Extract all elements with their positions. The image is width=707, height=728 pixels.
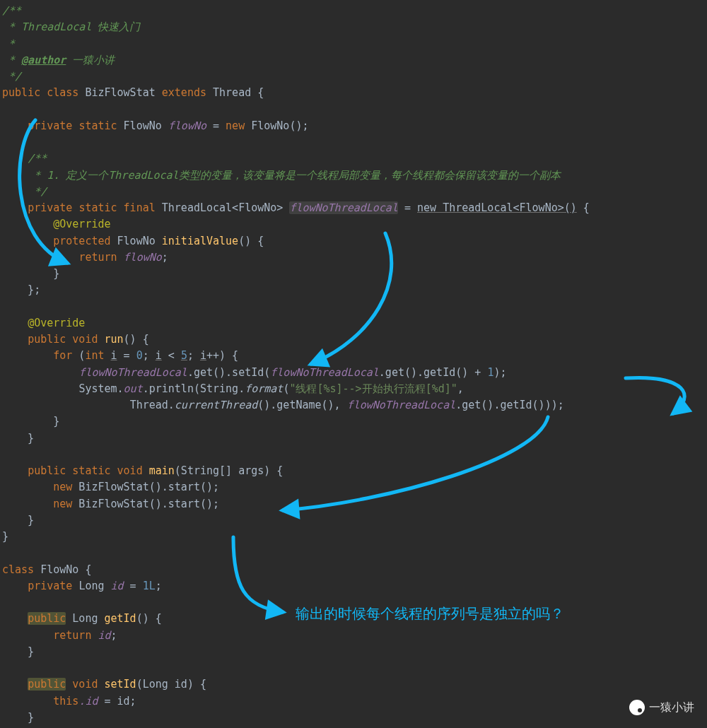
javadoc-author: * @author 一猿小讲 [2, 54, 115, 66]
field-flowno: private static FlowNo flowNo = new FlowN… [2, 119, 309, 132]
anon-override: @Override [2, 218, 111, 230]
run-override: @Override [2, 317, 85, 329]
run-close-for: } [2, 415, 59, 428]
flowno-setid-body: this.id = id; [2, 695, 136, 708]
flowno-setid: public void setId(Long id) { [2, 678, 206, 691]
main-new2: new BizFlowStat().start(); [2, 498, 219, 510]
flowno-getid-close: } [2, 645, 34, 658]
flowno-getid: public Long getId() { [2, 612, 162, 625]
javadoc2-open: /** [2, 152, 47, 165]
run-body2: System.out.println(String.format("线程[%s]… [2, 382, 464, 395]
run-close: } [2, 432, 34, 445]
run-decl: public void run() { [2, 333, 149, 346]
main-decl: public static void main(String[] args) { [2, 464, 283, 477]
run-for: for (int i = 0; i < 5; i++) { [2, 349, 238, 362]
class-decl: public class BizFlowStat extends Thread … [2, 86, 264, 99]
field-threadlocal: private static final ThreadLocal<FlowNo>… [2, 201, 590, 214]
anon-method: protected FlowNo initialValue() { [2, 235, 264, 247]
anon-close-field: }; [2, 283, 40, 296]
run-body1: flowNoThreadLocal.get().setId(flowNoThre… [2, 366, 506, 379]
class-close: } [2, 530, 8, 543]
wechat-icon [629, 700, 645, 715]
flowno-getid-return: return id; [2, 629, 117, 642]
main-close: } [2, 514, 34, 527]
annotation-text: 输出的时候每个线程的序列号是独立的吗？ [296, 604, 564, 623]
run-body3: Thread.currentThread().getName(), flowNo… [2, 399, 564, 411]
watermark-text: 一猿小讲 [649, 700, 694, 715]
javadoc-star: * [2, 37, 15, 50]
javadoc-close: */ [2, 70, 21, 83]
main-new1: new BizFlowStat().start(); [2, 481, 219, 493]
flowno-setid-close: } [2, 711, 34, 724]
javadoc2-body: * 1. 定义一个ThreadLocal类型的变量，该变量将是一个线程局部变量，… [2, 169, 561, 182]
anon-close-method: } [2, 267, 59, 280]
javadoc2-close: */ [2, 185, 47, 198]
javadoc-line: * ThreadLocal 快速入门 [2, 20, 140, 33]
javadoc-open: /** [2, 4, 21, 17]
flowno-field: private Long id = 1L; [2, 580, 162, 592]
anon-return: return flowNo; [2, 251, 168, 264]
flowno-decl: class FlowNo { [2, 563, 91, 576]
watermark: 一猿小讲 [629, 700, 694, 715]
